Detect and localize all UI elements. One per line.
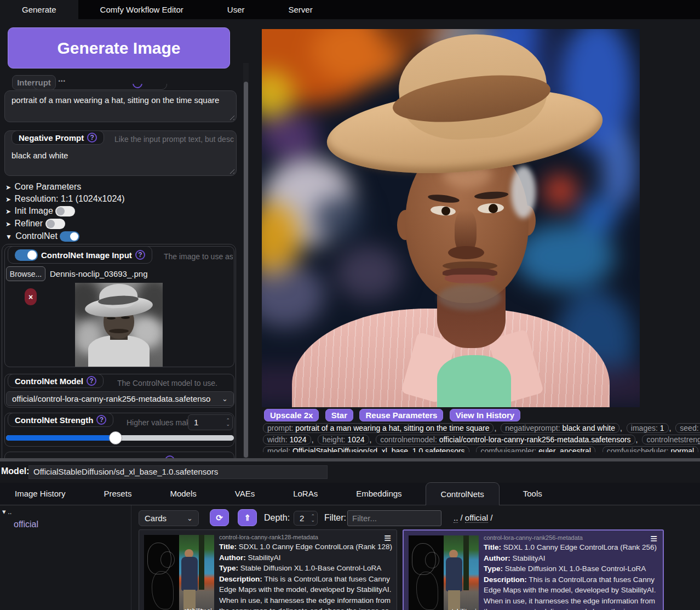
meta-width: width: 1024 [263, 435, 311, 444]
tab-presets[interactable]: Presets [89, 483, 147, 505]
view-mode-select[interactable]: Cards ⌄ [139, 510, 199, 526]
meta-comfyuischeduler: comfyuischeduler: normal [603, 446, 699, 452]
negative-prompt-box: Negative Prompt ? Like the input prompt … [4, 130, 237, 176]
stepper-icons[interactable]: ⌃ ⌄ [311, 515, 315, 522]
nav-tab-generate[interactable]: Generate [0, 0, 78, 19]
controlnet-image-input-toggle[interactable] [15, 249, 38, 261]
controlnet-strength-number[interactable]: 1 ⌃ ⌄ [188, 414, 233, 430]
meta-comfyuisampler: comfyuisampler: euler_ancestral [476, 446, 595, 452]
meta-negativeprompt: negativeprompt: black and white [501, 423, 619, 433]
card-filename: control-lora-canny-rank128-metadata [219, 534, 318, 540]
section-refiner[interactable]: ➤ Refiner [5, 219, 65, 229]
controlnet-browser: ▾ .. official Cards ⌄ ⟳ ⇑ Depth: 2 ⌃ ⌄ F… [0, 505, 700, 610]
controlnet-strength-slider[interactable] [6, 435, 234, 441]
generate-settings-panel: Generate Image Interrupt ... portrait of… [0, 19, 252, 458]
slider-fill [6, 435, 116, 441]
negative-prompt-hint: Like the input prompt text, but describ [114, 135, 234, 144]
card-details: Title: SDXL 1.0 Canny Edge ControlLora (… [484, 542, 660, 610]
tab-tools[interactable]: Tools [508, 483, 557, 505]
negative-prompt-input[interactable]: black and white [5, 146, 236, 175]
view-in-history-button[interactable]: View In History [450, 409, 520, 421]
tree-folder-official[interactable]: official [14, 520, 38, 529]
refresh-button[interactable]: ⟳ [210, 509, 229, 526]
meta-prompt: prompt: portrait of a man wearing a hat,… [263, 423, 494, 433]
card-filename: control-lora-canny-rank256-metadata [484, 534, 583, 541]
tab-image-history[interactable]: Image History [0, 483, 81, 505]
chevron-down-icon: ⌄ [222, 395, 228, 403]
meta-controlnetstrength: controlnetstrength: 1 [642, 435, 700, 444]
reuse-parameters-button[interactable]: Reuse Parameters [359, 409, 443, 421]
browse-button[interactable]: Browse... [6, 266, 45, 281]
card-details: Title: SDXL 1.0 Canny Edge ControlLora (… [219, 541, 395, 610]
upscale-2x-button[interactable]: Upscale 2x [264, 409, 319, 421]
meta-model: model: OfficialStableDiffusion/sd_xl_bas… [263, 446, 469, 452]
remove-image-button[interactable]: × [25, 288, 37, 305]
model-value-field[interactable]: OfficialStableDiffusion/sd_xl_base_1.0.s… [28, 465, 328, 479]
negative-prompt-label: Negative Prompt ? [12, 130, 104, 145]
tab-embeddings[interactable]: Embeddings [341, 483, 416, 505]
controlnet-model-box: ControlNet Model ? The ControlNet model … [4, 374, 234, 408]
scrollbar-thumb[interactable] [244, 82, 248, 458]
card-thumbnail: stability ai [409, 535, 479, 610]
more-options-button[interactable]: ... [58, 74, 65, 84]
upload-button[interactable]: ⇑ [238, 509, 257, 526]
stepper-icons[interactable]: ⌃ ⌄ [226, 419, 230, 426]
card-thumbnail: stability ai [144, 535, 214, 610]
controlnet-card-rank128[interactable]: stability ai control-lora-canny-rank128-… [139, 529, 397, 610]
tab-vaes[interactable]: VAEs [220, 483, 269, 505]
star-button[interactable]: Star [325, 409, 353, 421]
chevron-down-icon: ⌄ [187, 514, 193, 522]
caret-right-icon: ➤ [5, 196, 11, 203]
generated-image[interactable] [262, 29, 640, 407]
breadcrumb-up[interactable]: .. [454, 513, 458, 523]
help-icon[interactable]: ? [96, 415, 106, 425]
prompt-label-partial [33, 84, 167, 90]
nav-tab-user[interactable]: User [205, 0, 267, 19]
breadcrumb-official[interactable]: official [465, 513, 488, 523]
section-core-parameters[interactable]: ➤ Core Parameters [5, 182, 81, 192]
controlnet-image-input-hint: The image to use as [164, 252, 233, 261]
stability-watermark: stability ai [449, 608, 477, 610]
controlnet-toggle[interactable] [60, 231, 79, 242]
slider-knob[interactable] [109, 431, 122, 444]
top-navbar: Generate Comfy Workflow Editor User Serv… [0, 0, 700, 19]
nav-tab-comfy-workflow-editor[interactable]: Comfy Workflow Editor [78, 0, 205, 19]
depth-label: Depth: [264, 513, 290, 523]
left-panel-scrollbar[interactable] [243, 63, 249, 458]
filter-label: Filter: [324, 513, 346, 523]
help-icon[interactable]: ? [135, 250, 145, 260]
model-bar: Model: OfficialStableDiffusion/sd_xl_bas… [0, 461, 700, 483]
help-icon[interactable]: ? [87, 133, 97, 142]
tree-root-item[interactable]: ▾ .. [2, 508, 12, 516]
tab-models[interactable]: Models [155, 483, 211, 505]
section-resolution[interactable]: ➤ Resolution: 1:1 (1024x1024) [5, 194, 125, 204]
controlnet-strength-box: ControlNet Strength ? Higher values mak … [4, 413, 234, 447]
controlnet-model-label: ControlNet Model ? [8, 374, 104, 388]
filter-input[interactable] [347, 510, 441, 526]
next-parameter-partial [4, 452, 234, 458]
generate-image-button[interactable]: Generate Image [8, 27, 230, 69]
section-init-image[interactable]: ➤ Init Image [5, 206, 75, 216]
depth-number[interactable]: 2 ⌃ ⌄ [294, 511, 318, 526]
controlnet-model-select[interactable]: official/control-lora-canny-rank256-meta… [6, 391, 234, 406]
refiner-toggle[interactable] [45, 219, 65, 229]
prompt-input[interactable]: portrait of a man wearing a hat, sitting… [5, 91, 236, 122]
current-image-panel: Upscale 2x Star Reuse Parameters View In… [252, 19, 700, 452]
controlnet-strength-hint: Higher values mak [127, 418, 188, 427]
upload-icon: ⇑ [244, 513, 251, 523]
tab-controlnets[interactable]: ControlNets [426, 482, 500, 505]
controlnet-card-rank256[interactable]: stability ai control-lora-canny-rank256-… [403, 529, 664, 610]
tab-loras[interactable]: LoRAs [278, 483, 332, 505]
help-icon[interactable]: ? [87, 376, 96, 386]
meta-controlnetmodel: controlnetmodel: official/control-lora-c… [376, 435, 635, 444]
nav-tab-server[interactable]: Server [266, 0, 334, 19]
metadata-line-2: width: 1024, height: 1024, controlnetmod… [263, 435, 700, 446]
prompt-box: portrait of a man wearing a hat, sitting… [4, 90, 237, 122]
breadcrumb: .. / official / [454, 513, 492, 522]
control-image-thumbnail[interactable] [75, 283, 163, 367]
caret-right-icon: ➤ [5, 184, 11, 191]
meta-height: height: 1024 [318, 435, 369, 444]
model-label: Model: [1, 466, 30, 476]
section-controlnet[interactable]: ▼ ControlNet [5, 231, 79, 242]
init-image-toggle[interactable] [55, 206, 75, 216]
